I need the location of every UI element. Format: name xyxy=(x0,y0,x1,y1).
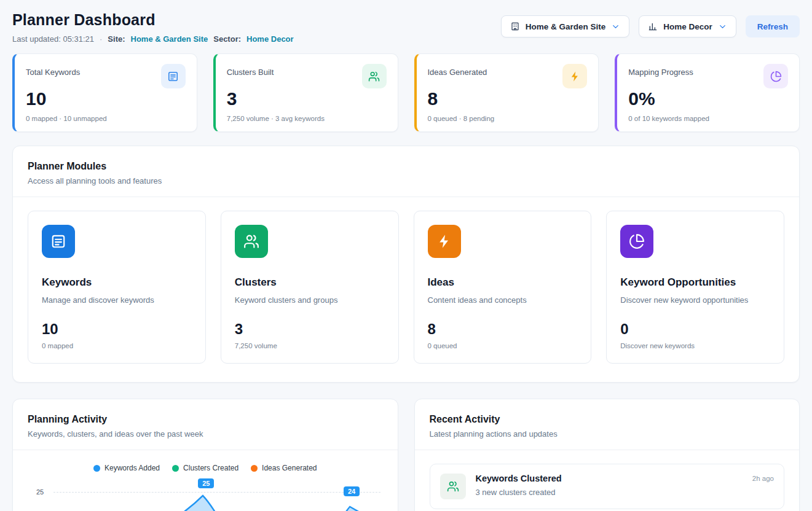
module-detail: 0 mapped xyxy=(42,342,192,349)
chart-legend: Keywords Added Clusters Created Ideas Ge… xyxy=(28,464,383,472)
legend-item-clusters-created: Clusters Created xyxy=(172,464,238,472)
stat-value: 8 xyxy=(428,88,588,109)
modules-grid: Keywords Manage and discover keywords 10… xyxy=(28,211,784,364)
page-title: Planner Dashboard xyxy=(12,11,294,29)
pie-chart-icon xyxy=(620,225,653,258)
module-title: Ideas xyxy=(428,276,578,289)
page-meta: Last updated: 05:31:21 · Site: Home & Ga… xyxy=(12,34,294,44)
document-icon xyxy=(161,64,186,88)
module-detail: 7,250 volume xyxy=(235,342,385,349)
divider xyxy=(415,450,800,450)
meta-separator: · xyxy=(100,34,102,44)
users-icon xyxy=(440,474,466,499)
users-icon xyxy=(235,225,268,258)
planner-dashboard-page: Planner Dashboard Last updated: 05:31:21… xyxy=(0,0,812,511)
legend-dot-orange xyxy=(251,465,258,472)
planning-activity-panel: Planning Activity Keywords, clusters, an… xyxy=(12,399,398,511)
module-card-ideas[interactable]: Ideas Content ideas and concepts 8 0 que… xyxy=(414,211,592,364)
module-value: 10 xyxy=(42,321,192,338)
planning-activity-title: Planning Activity xyxy=(28,414,383,425)
module-card-keyword-opportunities[interactable]: Keyword Opportunities Discover new keywo… xyxy=(606,211,784,364)
stat-value: 3 xyxy=(227,88,387,109)
header-controls: Home & Garden Site Home Decor Refresh xyxy=(501,15,800,37)
building-icon xyxy=(510,21,520,31)
module-title: Clusters xyxy=(235,276,385,289)
module-description: Discover new keyword opportunities xyxy=(620,295,770,305)
site-dropdown[interactable]: Home & Garden Site xyxy=(501,15,630,37)
refresh-button[interactable]: Refresh xyxy=(746,15,800,37)
bottom-row: Planning Activity Keywords, clusters, an… xyxy=(12,399,800,511)
header-left: Planner Dashboard Last updated: 05:31:21… xyxy=(12,11,294,44)
site-dropdown-label: Home & Garden Site xyxy=(526,22,606,31)
stat-value: 10 xyxy=(26,88,186,109)
stat-label: Total Keywords xyxy=(26,64,80,77)
stat-detail: 0 mapped · 10 unmapped xyxy=(26,115,186,122)
planning-activity-subtitle: Keywords, clusters, and ideas over the p… xyxy=(28,429,383,439)
users-icon xyxy=(362,64,387,88)
chevron-down-icon xyxy=(611,22,620,31)
stat-card-clusters-built: Clusters Built 3 7,250 volume · 3 avg ke… xyxy=(213,53,398,132)
legend-label: Clusters Created xyxy=(183,464,238,472)
legend-dot-green xyxy=(172,465,179,472)
modules-section-title: Planner Modules xyxy=(28,161,784,172)
legend-dot-blue xyxy=(93,465,100,472)
lightning-icon xyxy=(428,225,461,258)
stats-row: Total Keywords 10 0 mapped · 10 unmapped… xyxy=(12,53,800,132)
stat-card-ideas-generated: Ideas Generated 8 0 queued · 8 pending xyxy=(414,53,599,132)
module-description: Keyword clusters and groups xyxy=(235,295,385,305)
lightning-icon xyxy=(562,64,587,88)
stat-label: Ideas Generated xyxy=(428,64,487,77)
chevron-down-icon xyxy=(718,22,727,31)
divider xyxy=(13,450,398,450)
module-description: Manage and discover keywords xyxy=(42,295,192,305)
legend-label: Keywords Added xyxy=(104,464,160,472)
sector-dropdown[interactable]: Home Decor xyxy=(639,15,736,37)
divider xyxy=(13,197,799,197)
recent-activity-title: Recent Activity xyxy=(430,414,785,425)
module-title: Keyword Opportunities xyxy=(620,276,770,289)
data-point-label: 24 xyxy=(344,486,360,496)
module-title: Keywords xyxy=(42,276,192,289)
sector-label: Sector: xyxy=(213,34,241,44)
activity-text: Keywords Clustered 3 new clusters create… xyxy=(476,474,562,497)
sector-link[interactable]: Home Decor xyxy=(246,34,294,44)
module-value: 0 xyxy=(620,321,770,338)
stat-label: Mapping Progress xyxy=(628,64,693,77)
data-point-label: 25 xyxy=(198,478,214,488)
planner-modules-panel: Planner Modules Access all planning tool… xyxy=(12,146,800,383)
recent-activity-panel: Recent Activity Latest planning actions … xyxy=(414,399,800,511)
stat-label: Clusters Built xyxy=(227,64,274,77)
legend-label: Ideas Generated xyxy=(262,464,317,472)
module-description: Content ideas and concepts xyxy=(428,295,578,305)
pie-chart-icon xyxy=(763,64,788,88)
stat-detail: 7,250 volume · 3 avg keywords xyxy=(227,115,387,122)
activity-title: Keywords Clustered xyxy=(476,474,562,483)
stat-detail: 0 queued · 8 pending xyxy=(428,115,588,122)
stat-detail: 0 of 10 keywords mapped xyxy=(628,115,788,122)
legend-item-ideas-generated: Ideas Generated xyxy=(251,464,317,472)
module-detail: Discover new keywords xyxy=(620,342,770,349)
activity-timestamp: 2h ago xyxy=(752,474,774,482)
line-chart: 25 25 24 xyxy=(28,478,383,511)
stat-card-mapping-progress: Mapping Progress 0% 0 of 10 keywords map… xyxy=(615,53,800,132)
site-link[interactable]: Home & Garden Site xyxy=(131,34,208,44)
last-updated-text: Last updated: 05:31:21 xyxy=(12,34,94,44)
module-value: 3 xyxy=(235,321,385,338)
stat-value: 0% xyxy=(628,88,788,109)
legend-item-keywords-added: Keywords Added xyxy=(93,464,160,472)
module-card-keywords[interactable]: Keywords Manage and discover keywords 10… xyxy=(28,211,206,364)
y-axis-tick: 25 xyxy=(36,488,44,496)
activity-detail: 3 new clusters created xyxy=(476,488,562,497)
activity-item-keywords-clustered: Keywords Clustered 3 new clusters create… xyxy=(430,464,785,509)
bar-chart-icon xyxy=(648,21,658,31)
document-icon xyxy=(42,225,75,258)
stat-card-total-keywords: Total Keywords 10 0 mapped · 10 unmapped xyxy=(12,53,197,132)
page-header: Planner Dashboard Last updated: 05:31:21… xyxy=(12,11,800,44)
module-value: 8 xyxy=(428,321,578,338)
modules-section-subtitle: Access all planning tools and features xyxy=(28,176,784,185)
recent-activity-subtitle: Latest planning actions and updates xyxy=(430,429,785,439)
module-detail: 0 queued xyxy=(428,342,578,349)
module-card-clusters[interactable]: Clusters Keyword clusters and groups 3 7… xyxy=(221,211,399,364)
site-label: Site: xyxy=(108,34,125,44)
sector-dropdown-label: Home Decor xyxy=(663,22,712,31)
